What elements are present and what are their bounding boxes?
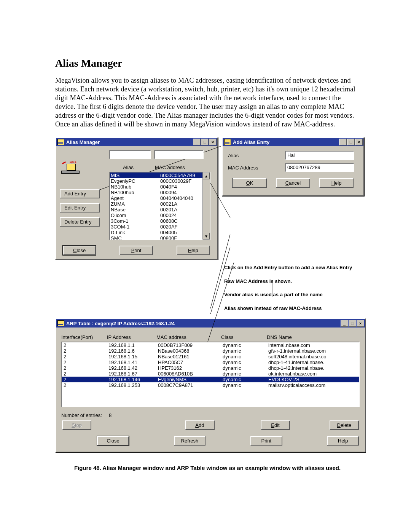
minimize-icon[interactable]: _ xyxy=(339,139,347,145)
minimize-icon[interactable]: _ xyxy=(193,139,201,145)
alias-header-alias: Alias xyxy=(102,165,155,170)
annotation-3: Vendor alias is used as a part of the na… xyxy=(224,291,364,298)
arp-h-ip: IP Address xyxy=(107,334,156,340)
help-button[interactable]: Help xyxy=(319,178,354,188)
table-row[interactable]: 2192.168.1.146EvgeniyNMSdynamicEVOLKOV-2… xyxy=(62,377,359,382)
num-entries-value: 8 xyxy=(109,412,112,418)
alias-header-mac: MAC address xyxy=(155,165,204,170)
mac-input[interactable]: 080020767289 xyxy=(285,163,354,172)
arp-h-mac: MAC address xyxy=(156,334,221,340)
print-button[interactable]: Print xyxy=(119,246,153,255)
table-row[interactable]: 2192.168.1.15NBase012161dynamicsoft2048.… xyxy=(62,354,359,359)
alias-window-title: Alias Manager xyxy=(66,139,100,145)
app-icon xyxy=(57,139,64,145)
add-titlebar[interactable]: Add Alias Enrty _ □ × xyxy=(223,138,363,146)
list-item[interactable]: NB10hub0040F4 xyxy=(110,184,210,190)
arp-window-title: ARP Table : evgeniy2 IP Address=192.168.… xyxy=(66,321,175,326)
section-heading: Alias Manager xyxy=(55,57,360,69)
annotation-1: Click on the Add Entry button to add a n… xyxy=(224,264,364,271)
stop-button[interactable]: Stop xyxy=(62,420,91,430)
nms-icon: NMS xyxy=(61,161,79,174)
arp-titlebar[interactable]: ARP Table : evgeniy2 IP Address=192.168.… xyxy=(56,319,365,328)
arp-table-window: ARP Table : evgeniy2 IP Address=192.168.… xyxy=(55,318,366,452)
alias-titlebar[interactable]: Alias Manager _ □ × xyxy=(56,138,217,146)
maximize-icon[interactable]: □ xyxy=(201,139,209,145)
arp-h-dns: DNS Name xyxy=(267,334,343,340)
arp-listbox[interactable]: 2192.168.1.100D0B713F009dynamicinternal.… xyxy=(61,342,360,407)
scroll-down-icon[interactable]: ▼ xyxy=(203,233,210,240)
screenshot-figure: Alias Manager _ □ × NMS xyxy=(55,137,364,452)
list-item[interactable]: 3COM-10020AF xyxy=(110,224,210,230)
num-entries-label: Number of entries: xyxy=(61,412,102,418)
table-row[interactable]: 2192.168.1.41HPAC05C7dynamicdhcp-1-41.in… xyxy=(62,359,359,365)
table-row[interactable]: 2192.168.1.100D0B713F009dynamicinternal.… xyxy=(62,342,359,348)
filter-mac-input[interactable] xyxy=(154,150,204,159)
delete-entry-button[interactable]: Delete Entry xyxy=(60,217,100,227)
filter-alias-input[interactable] xyxy=(109,150,151,159)
figure-caption: Figure 48. Alias Manager window and ARP … xyxy=(55,464,360,472)
add-alias-window: Add Alias Enrty _ □ × Alias Hal MAC Addr… xyxy=(222,137,364,196)
print-button[interactable]: Print xyxy=(250,436,282,446)
close-button[interactable]: Close xyxy=(97,436,129,446)
list-item[interactable]: SMC00800F xyxy=(110,235,210,240)
list-item[interactable]: NB100hub000094 xyxy=(110,190,210,195)
cancel-button[interactable]: Cancel xyxy=(276,178,310,188)
scroll-up-icon[interactable]: ▲ xyxy=(203,173,210,179)
scrollbar[interactable]: ▲ ▼ xyxy=(202,173,210,240)
alias-input[interactable]: Hal xyxy=(285,151,354,160)
list-item[interactable]: EvgeniyPC000C030029F xyxy=(110,178,210,184)
close-icon[interactable]: × xyxy=(209,139,217,145)
list-item[interactable]: MISu000C054A7B9 xyxy=(110,173,210,178)
annotation-2: Raw MAC Address is shown. xyxy=(224,278,364,285)
arp-h-class: Class xyxy=(221,334,267,340)
list-item[interactable]: Olicom000024 xyxy=(110,212,210,218)
list-item[interactable]: D-Link004005 xyxy=(110,230,210,235)
list-item[interactable]: ZUMA00021A xyxy=(110,201,210,207)
table-row[interactable]: 2192.168.1.2530008C7C9A871dynamicmailsrv… xyxy=(62,382,359,388)
table-row[interactable]: 2192.168.1.67006008AD610Bdynamicok.inter… xyxy=(62,371,359,377)
maximize-icon[interactable]: □ xyxy=(349,320,356,327)
alias-manager-window: Alias Manager _ □ × NMS xyxy=(55,137,218,260)
list-item[interactable]: 3Com-100608C xyxy=(110,218,210,224)
help-button[interactable]: Help xyxy=(327,436,359,446)
list-item[interactable]: Agent004040404040 xyxy=(110,195,210,201)
close-icon[interactable]: × xyxy=(357,320,364,327)
alias-listbox[interactable]: MISu000C054A7B9EvgeniyPC000C030029FNB10h… xyxy=(109,172,210,240)
edit-entry-button[interactable]: Edit Entry xyxy=(60,203,100,212)
ok-button[interactable]: OK xyxy=(233,178,267,188)
add-window-title: Add Alias Enrty xyxy=(233,139,269,145)
close-icon[interactable]: × xyxy=(355,139,363,145)
list-item[interactable]: NBase00201A xyxy=(110,207,210,212)
edit-button[interactable]: Edit xyxy=(261,420,290,430)
add-entry-button[interactable]: Add Entry xyxy=(60,189,100,198)
table-row[interactable]: 2192.168.1.6NBase004368dynamicgfs-r-1.in… xyxy=(62,348,359,354)
add-button[interactable]: Add xyxy=(185,420,214,430)
app-icon xyxy=(224,139,231,145)
arp-h-iface: Interface(Port) xyxy=(61,334,107,340)
app-icon xyxy=(57,320,64,326)
maximize-icon[interactable]: □ xyxy=(347,139,355,145)
table-row[interactable]: 2192.168.1.42HPE73162dynamicdhcp-1-42.in… xyxy=(62,365,359,371)
refresh-button[interactable]: Refresh xyxy=(174,436,206,446)
close-button[interactable]: Close xyxy=(63,246,96,255)
mac-label: MAC Address xyxy=(228,165,285,171)
intro-paragraph: MegaVision allows you to assign aliases … xyxy=(55,76,360,129)
minimize-icon[interactable]: _ xyxy=(341,320,348,327)
annotation-4: Alias shown instead of raw MAC-Address xyxy=(224,305,364,312)
alias-label: Alias xyxy=(228,153,285,158)
help-button[interactable]: Help xyxy=(177,246,210,255)
delete-button[interactable]: Delete xyxy=(330,420,359,430)
